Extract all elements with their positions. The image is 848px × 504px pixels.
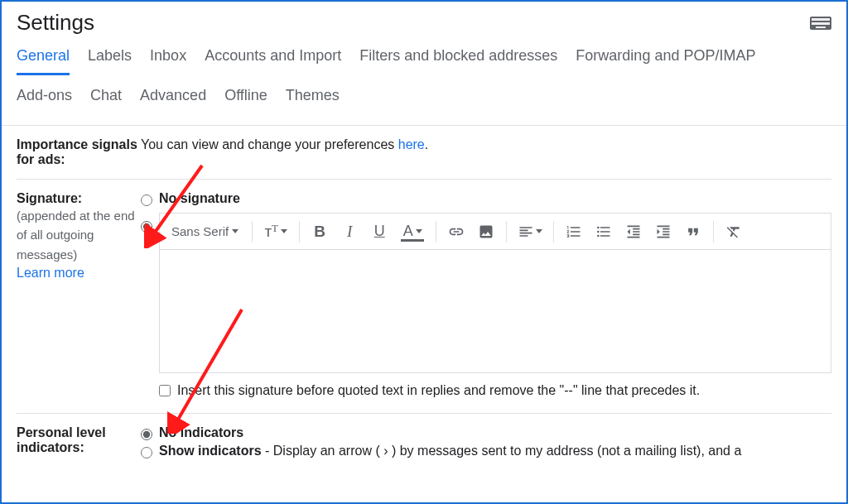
checkbox-insert-before-quoted[interactable] — [159, 385, 171, 396]
chevron-down-icon — [536, 229, 542, 237]
image-button[interactable] — [473, 218, 499, 245]
label-show-indicators[interactable]: Show indicators - Display an arrow ( › )… — [159, 444, 741, 458]
tab-inbox[interactable]: Inbox — [150, 47, 186, 75]
signature-body: No signature Sans Serif тT — [141, 191, 831, 401]
ads-text-after: . — [425, 137, 428, 151]
toolbar-separator — [299, 221, 300, 242]
signature-learn-more-link[interactable]: Learn more — [17, 266, 141, 281]
editor-toolbar: Sans Serif тT B I U A — [159, 213, 831, 249]
ads-text-before: You can view and change your preferences — [141, 137, 398, 151]
ads-body: You can view and change your preferences… — [141, 137, 831, 167]
indicators-label: Personal level indicators: — [17, 425, 141, 462]
chevron-down-icon — [281, 229, 287, 237]
numbered-list-button[interactable] — [561, 218, 587, 245]
tab-filters[interactable]: Filters and blocked addresses — [359, 47, 557, 75]
radio-no-indicators[interactable] — [141, 429, 152, 440]
signature-option-custom: Sans Serif тT B I U A — [141, 209, 831, 398]
toolbar-separator — [252, 221, 253, 242]
toolbar-separator — [436, 221, 436, 242]
toolbar-separator — [506, 221, 507, 242]
chevron-down-icon — [416, 229, 422, 237]
toolbar-separator — [553, 221, 554, 242]
signature-placement-check: Insert this signature before quoted text… — [159, 383, 831, 398]
chevron-down-icon — [232, 229, 238, 237]
settings-tabs: General Labels Inbox Accounts and Import… — [2, 41, 846, 126]
tab-chat[interactable]: Chat — [90, 87, 122, 115]
label-no-signature[interactable]: No signature — [159, 191, 240, 206]
signature-option-none: No signature — [141, 191, 831, 206]
page-title: Settings — [17, 10, 94, 36]
signature-textarea[interactable] — [159, 249, 831, 373]
tab-offline[interactable]: Offline — [224, 87, 267, 115]
remove-formatting-button[interactable] — [720, 218, 747, 245]
underline-button[interactable]: U — [366, 218, 393, 245]
indicators-body: No indicators Show indicators - Display … — [141, 425, 831, 462]
tabs-row-2: Add-ons Chat Advanced Offline Themes — [17, 87, 831, 123]
ads-label: Importance signals for ads: — [17, 137, 141, 167]
radio-no-signature[interactable] — [141, 194, 152, 206]
quote-button[interactable] — [680, 218, 706, 245]
tabs-row-1: General Labels Inbox Accounts and Import… — [17, 47, 831, 75]
indent-more-button[interactable] — [650, 218, 677, 245]
label-no-indicators[interactable]: No indicators — [159, 425, 243, 440]
signature-label: Signature: — [17, 191, 82, 205]
tab-labels[interactable]: Labels — [88, 47, 132, 75]
color-bar — [401, 239, 424, 242]
radio-custom-signature[interactable] — [141, 221, 152, 233]
radio-show-indicators[interactable] — [141, 447, 152, 458]
section-signature: Signature: (appended at the end of all o… — [17, 180, 831, 414]
font-family-select[interactable]: Sans Serif — [165, 223, 245, 240]
show-indicators-desc: - Display an arrow ( › ) by messages sen… — [262, 444, 742, 458]
ads-preferences-link[interactable]: here — [398, 137, 425, 151]
indicator-option-none: No indicators — [141, 425, 831, 440]
tab-general[interactable]: General — [17, 47, 70, 75]
italic-button[interactable]: I — [336, 218, 363, 245]
indicator-option-show: Show indicators - Display an arrow ( › )… — [141, 444, 831, 458]
checkbox-label[interactable]: Insert this signature before quoted text… — [177, 383, 700, 398]
font-name: Sans Serif — [171, 224, 229, 238]
show-indicators-title: Show indicators — [159, 444, 262, 458]
tab-accounts-import[interactable]: Accounts and Import — [205, 47, 341, 75]
section-ads: Importance signals for ads: You can view… — [17, 126, 831, 180]
section-indicators: Personal level indicators: No indicators… — [17, 414, 831, 473]
text-color-button[interactable]: A — [396, 218, 429, 245]
signature-label-col: Signature: (appended at the end of all o… — [17, 191, 141, 281]
link-button[interactable] — [443, 218, 470, 245]
tab-addons[interactable]: Add-ons — [17, 87, 72, 115]
signature-sublabel: (appended at the end of all outgoing mes… — [17, 206, 141, 264]
indent-less-button[interactable] — [620, 218, 647, 245]
align-button[interactable] — [513, 218, 547, 245]
keyboard-icon[interactable] — [810, 17, 831, 30]
toolbar-separator — [713, 221, 714, 242]
tab-themes[interactable]: Themes — [286, 87, 340, 115]
tab-forwarding[interactable]: Forwarding and POP/IMAP — [576, 47, 755, 75]
bold-button[interactable]: B — [306, 218, 333, 245]
tab-advanced[interactable]: Advanced — [140, 87, 206, 115]
signature-editor: Sans Serif тT B I U A — [159, 213, 831, 373]
bullet-list-button[interactable] — [590, 218, 617, 245]
font-size-button[interactable]: тT — [259, 218, 292, 245]
